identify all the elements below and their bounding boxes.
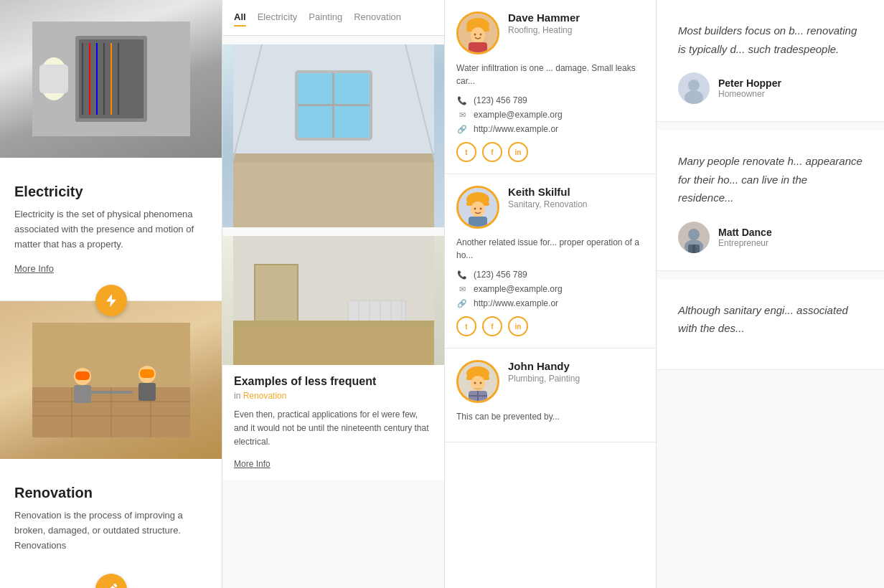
- filter-tab-painting[interactable]: Painting: [309, 9, 342, 27]
- svg-rect-50: [469, 42, 487, 52]
- renovation-desc: Renovation is the process of improving a…: [14, 508, 207, 553]
- john-avatar: [456, 360, 499, 403]
- phone-icon-2: 📞: [456, 269, 468, 280]
- article1-image: [222, 44, 444, 227]
- keith-avatar: [456, 186, 499, 229]
- svg-rect-30: [298, 104, 370, 106]
- keith-twitter[interactable]: t: [456, 316, 476, 336]
- keith-avatar-svg: [459, 188, 497, 227]
- contractor-card-john: John Handy Plumbing, Painting This can b…: [445, 348, 656, 442]
- peter-avatar-svg: [678, 72, 710, 104]
- testimonial-card-3: Although sanitary engi... associated wit…: [657, 280, 884, 370]
- left-panel: Electricity Electricity is the set of ph…: [0, 0, 222, 588]
- keith-phone: (123) 456 789: [474, 270, 527, 280]
- testimonial3-text: Although sanitary engi... associated wit…: [678, 301, 862, 338]
- john-header: John Handy Plumbing, Painting: [456, 360, 644, 403]
- keith-social: t f in: [456, 316, 644, 336]
- article-card-1: [222, 44, 444, 227]
- svg-point-67: [474, 382, 476, 384]
- article2-desc: Even then, practical applications for el…: [234, 408, 433, 450]
- electricity-image: [0, 0, 222, 158]
- svg-rect-23: [140, 369, 154, 378]
- svg-rect-32: [233, 153, 434, 162]
- testimonial-card-peter: Most builders focus on b... renovating i…: [657, 0, 884, 122]
- john-name: John Handy: [508, 360, 644, 372]
- svg-rect-27: [233, 159, 434, 227]
- svg-rect-76: [692, 245, 695, 253]
- dave-name: Dave Hammer: [508, 11, 644, 24]
- svg-point-49: [471, 27, 485, 43]
- keith-email-row: ✉ example@example.org: [456, 283, 644, 295]
- contractor-card-keith: Keith Skilful Sanitary, Renovation Anoth…: [445, 174, 656, 348]
- article2-more-info[interactable]: More Info: [234, 459, 271, 469]
- article-card-2: Examples of less frequent in Renovation …: [222, 236, 444, 480]
- web-icon: 🔗: [456, 123, 468, 135]
- svg-point-73: [688, 229, 700, 240]
- svg-point-56: [471, 201, 485, 217]
- electricity-title: Electricity: [14, 184, 207, 200]
- matt-avatar-svg: [678, 222, 710, 253]
- matt-author: Matt Dance Entrepreneur: [678, 222, 862, 253]
- keith-email: example@example.org: [474, 284, 563, 294]
- keith-header: Keith Skilful Sanitary, Renovation: [456, 186, 644, 229]
- testimonial-card-matt: Many people renovate h... appearance for…: [657, 131, 884, 271]
- svg-point-70: [688, 80, 700, 91]
- svg-rect-10: [39, 65, 68, 93]
- bolt-icon: [103, 293, 119, 308]
- keith-facebook[interactable]: f: [482, 316, 502, 336]
- peter-role: Homeowner: [718, 89, 781, 99]
- electricity-icon-badge: [95, 285, 127, 316]
- matt-author-info: Matt Dance Entrepreneur: [718, 227, 772, 248]
- renovation-svg: [32, 323, 190, 437]
- ruler-icon: [103, 582, 119, 588]
- dave-header: Dave Hammer Roofing, Heating: [456, 11, 644, 54]
- dave-email-row: ✉ example@example.org: [456, 109, 644, 120]
- contractors-panel: Dave Hammer Roofing, Heating Water infil…: [445, 0, 657, 588]
- phone-icon: 📞: [456, 95, 468, 106]
- electricity-content: Electricity Electricity is the set of ph…: [0, 158, 222, 286]
- web-icon-2: 🔗: [456, 298, 468, 309]
- dave-specialty: Roofing, Heating: [508, 25, 644, 35]
- keith-linkedin[interactable]: in: [508, 316, 528, 336]
- john-info: John Handy Plumbing, Painting: [508, 360, 644, 384]
- peter-testimonial-text: Most builders focus on b... renovating i…: [678, 22, 862, 58]
- svg-point-52: [480, 34, 482, 36]
- category-card-renovation: Renovation Renovation is the process of …: [0, 301, 222, 588]
- dave-contacts: 📞 (123) 456 789 ✉ example@example.org 🔗 …: [456, 95, 644, 135]
- article2-image: [222, 236, 444, 365]
- svg-point-68: [480, 382, 482, 384]
- article2-tag: in Renovation: [234, 391, 433, 401]
- dave-avatar-svg: [459, 14, 497, 52]
- matt-name: Matt Dance: [718, 227, 772, 238]
- dave-info: Dave Hammer Roofing, Heating: [508, 11, 644, 35]
- dave-facebook[interactable]: f: [482, 142, 502, 162]
- peter-author-info: Peter Hopper Homeowner: [718, 77, 781, 99]
- electricity-more-info[interactable]: More Info: [14, 263, 54, 274]
- peter-name: Peter Hopper: [718, 77, 781, 89]
- keith-web-row: 🔗 http://www.example.or: [456, 298, 644, 309]
- filter-tab-electricity[interactable]: Electricity: [258, 9, 298, 27]
- email-icon: ✉: [456, 109, 468, 120]
- renovation-title: Renovation: [14, 485, 207, 501]
- article1-svg: [233, 44, 434, 227]
- matt-avatar: [678, 222, 710, 253]
- dave-desc: Water infiltration is one ... damage. Sm…: [456, 62, 644, 87]
- keith-specialty: Sanitary, Renovation: [508, 199, 644, 209]
- article2-title: Examples of less frequent: [234, 375, 433, 388]
- dave-web-row: 🔗 http://www.example.or: [456, 123, 644, 135]
- dave-linkedin[interactable]: in: [508, 142, 528, 162]
- keith-name: Keith Skilful: [508, 186, 644, 198]
- svg-rect-36: [233, 322, 434, 365]
- dave-avatar: [456, 11, 499, 54]
- renovation-icon-badge: [95, 574, 127, 588]
- matt-testimonial-text: Many people renovate h... appearance for…: [678, 152, 862, 207]
- email-icon-2: ✉: [456, 283, 468, 295]
- renovation-content: Renovation Renovation is the process of …: [0, 459, 222, 574]
- svg-point-59: [480, 208, 482, 210]
- filter-tab-renovation[interactable]: Renovation: [354, 9, 401, 27]
- article2-tag-name: Renovation: [243, 391, 287, 401]
- filter-tab-all[interactable]: All: [234, 9, 246, 27]
- dave-twitter[interactable]: t: [456, 142, 476, 162]
- article2-svg: [233, 236, 434, 365]
- svg-rect-22: [138, 383, 156, 401]
